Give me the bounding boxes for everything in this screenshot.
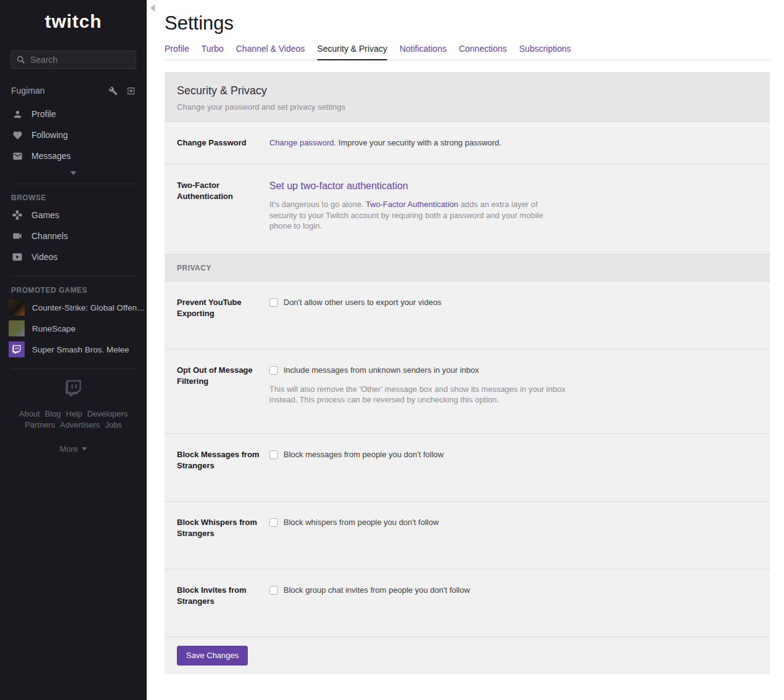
promoted-game-runescape[interactable]: RuneScape [0, 318, 147, 339]
game-thumbnail [9, 299, 25, 315]
row-label: Block Whispers from Strangers [177, 517, 269, 539]
promoted-game-label: Super Smash Bros. Melee [32, 345, 129, 354]
gamepad-icon [11, 210, 23, 221]
tab-connections[interactable]: Connections [459, 44, 507, 60]
checkbox-label[interactable]: Block group chat invites from people you… [284, 585, 470, 596]
footer-link-jobs[interactable]: Jobs [105, 420, 121, 429]
two-factor-description: It's dangerous to go alone. Two-Factor A… [269, 199, 559, 232]
search-box[interactable] [10, 51, 136, 69]
user-icon [11, 109, 23, 120]
row-block-messages: Block Messages from Strangers Block mess… [165, 433, 770, 501]
sidebar-item-channels[interactable]: Channels [0, 226, 147, 246]
footer-link-partners[interactable]: Partners [25, 420, 55, 429]
promoted-games-list: Counter-Strike: Global Offen… RuneScape … [0, 297, 147, 360]
sidebar-item-label: Games [31, 210, 59, 220]
footer-link-advertisers[interactable]: Advertisers [60, 420, 100, 429]
row-label: Change Password [177, 137, 269, 149]
twitch-logo[interactable]: twitch [0, 0, 147, 38]
heart-icon [11, 130, 23, 140]
change-password-text: Improve your security with a strong pass… [336, 138, 501, 147]
row-prevent-youtube-exporting: Prevent YouTube Exporting Don't allow ot… [165, 281, 770, 349]
user-row: Fugiman [11, 85, 136, 96]
opt-out-message-filtering-checkbox[interactable] [269, 366, 278, 375]
sidebar-item-following[interactable]: Following [0, 124, 147, 145]
checkbox-label[interactable]: Block whispers from people you don't fol… [284, 517, 439, 528]
security-privacy-panel: Security & Privacy Change your password … [165, 72, 770, 674]
more-label: More [60, 444, 78, 454]
opt-out-description: This will also remove the 'Other' messag… [269, 384, 568, 405]
sidebar-collapse-icon[interactable] [150, 4, 155, 12]
tab-notifications[interactable]: Notifications [399, 44, 446, 60]
play-box-icon [11, 251, 23, 262]
browse-nav: Games Channels Videos [0, 205, 147, 267]
settings-wrench-icon[interactable] [108, 86, 118, 96]
logout-icon[interactable] [126, 86, 136, 96]
setup-two-factor-link[interactable]: Set up two-factor authentication [269, 180, 408, 192]
block-messages-checkbox[interactable] [269, 450, 278, 459]
divider [11, 184, 136, 184]
save-row: Save Changes [165, 637, 770, 674]
footer-link-developers[interactable]: Developers [88, 409, 128, 418]
checkbox-label[interactable]: Don't allow other users to export your v… [284, 297, 441, 308]
tab-turbo[interactable]: Turbo [202, 44, 224, 60]
tab-security-privacy[interactable]: Security & Privacy [317, 44, 388, 60]
settings-tabs: Profile Turbo Channel & Videos Security … [165, 44, 770, 60]
video-camera-icon [11, 230, 23, 242]
sidebar-item-label: Channels [31, 231, 68, 241]
promoted-game-csgo[interactable]: Counter-Strike: Global Offen… [0, 297, 147, 318]
desc-text: It's dangerous to go alone. [269, 200, 365, 209]
search-icon [17, 55, 25, 64]
checkbox-label[interactable]: Block messages from people you don't fol… [284, 449, 444, 460]
sidebar-item-videos[interactable]: Videos [0, 246, 147, 267]
game-thumbnail twitch-glitch-icon [9, 341, 25, 357]
sidebar-item-games[interactable]: Games [0, 205, 147, 226]
row-opt-out-message-filtering: Opt Out of Message Filtering Include mes… [165, 349, 770, 433]
sidebar-item-label: Messages [31, 151, 71, 161]
tab-profile[interactable]: Profile [165, 44, 189, 60]
row-label: Prevent YouTube Exporting [177, 297, 269, 319]
sidebar-item-profile[interactable]: Profile [0, 104, 147, 124]
search-input[interactable] [30, 55, 130, 65]
main-content: Settings Profile Turbo Channel & Videos … [147, 0, 784, 700]
panel-header: Security & Privacy Change your password … [165, 72, 770, 121]
footer-link-about[interactable]: About [19, 409, 40, 418]
app: twitch Fugiman [0, 0, 784, 700]
panel-subheading: Change your password and set privacy set… [177, 102, 757, 112]
promoted-game-label: Counter-Strike: Global Offen… [32, 303, 145, 312]
row-label: Block Invites from Strangers [177, 585, 269, 607]
sidebar-item-label: Following [31, 130, 68, 140]
footer-links: AboutBlogHelpDevelopers PartnersAdvertis… [0, 409, 147, 431]
chevron-down-icon [82, 447, 87, 450]
row-block-whispers: Block Whispers from Strangers Block whis… [165, 501, 770, 569]
block-whispers-checkbox[interactable] [269, 518, 278, 527]
two-factor-inline-link[interactable]: Two-Factor Authentication [365, 200, 458, 209]
sidebar-item-messages[interactable]: Messages [0, 145, 147, 166]
row-block-invites: Block Invites from Strangers Block group… [165, 569, 770, 637]
panel-heading: Security & Privacy [177, 84, 757, 97]
block-invites-checkbox[interactable] [269, 586, 278, 595]
page-title: Settings [165, 12, 770, 35]
twitch-glitch-icon [65, 380, 81, 399]
tab-subscriptions[interactable]: Subscriptions [519, 44, 571, 60]
chevron-down-icon[interactable] [70, 171, 76, 175]
user-nav: Profile Following Messages [0, 104, 147, 166]
tab-channel-videos[interactable]: Channel & Videos [236, 44, 305, 60]
checkbox-label[interactable]: Include messages from unknown senders in… [284, 365, 479, 376]
envelope-icon [11, 151, 23, 161]
more-button[interactable]: More [60, 444, 88, 454]
privacy-section-heading: PRIVACY [165, 254, 770, 281]
footer-link-blog[interactable]: Blog [45, 409, 61, 418]
save-changes-button[interactable]: Save Changes [177, 646, 248, 665]
footer-link-help[interactable]: Help [66, 409, 83, 418]
divider [11, 368, 136, 369]
row-change-password: Change Password Change password. Improve… [165, 121, 770, 164]
row-label: Block Messages from Strangers [177, 449, 269, 471]
sidebar-footer: AboutBlogHelpDevelopers PartnersAdvertis… [0, 380, 147, 454]
promoted-game-melee[interactable]: Super Smash Bros. Melee [0, 339, 147, 360]
change-password-link[interactable]: Change password. [269, 138, 336, 147]
promoted-games-heading: PROMOTED GAMES [11, 286, 147, 295]
username[interactable]: Fugiman [11, 86, 108, 96]
prevent-youtube-exporting-checkbox[interactable] [269, 298, 278, 307]
browse-heading: BROWSE [11, 193, 147, 202]
promoted-game-label: RuneScape [32, 324, 76, 333]
